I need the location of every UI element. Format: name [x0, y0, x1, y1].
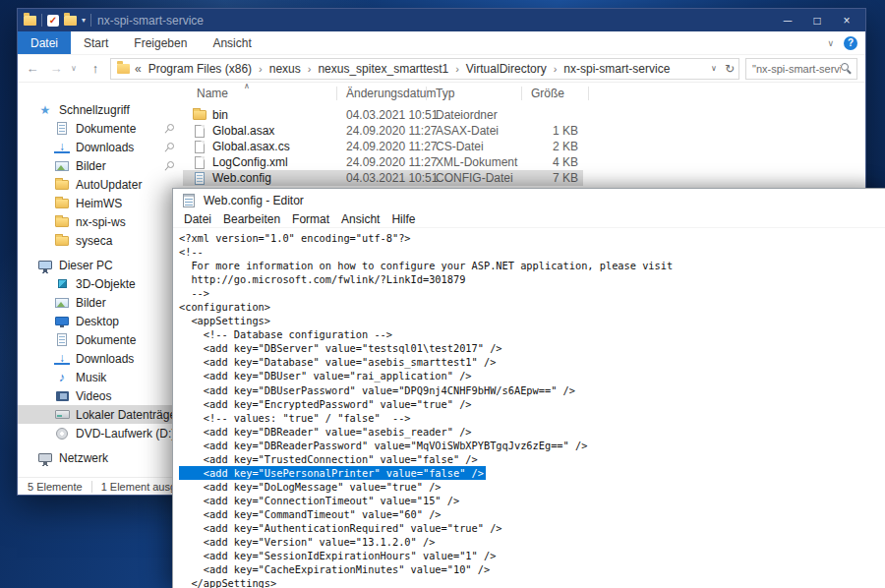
back-icon[interactable]: ← [24, 61, 41, 76]
column-header-date[interactable]: Änderungsdatum [346, 87, 436, 100]
breadcrumb-overflow-icon[interactable]: « [135, 62, 142, 76]
menu-bearbeiten[interactable]: Bearbeiten [217, 212, 286, 226]
sidebar-item-label: Schnellzugriff [59, 103, 130, 117]
sidebar-item-bilder[interactable]: Bilder [18, 156, 183, 175]
quick-access-toolbar: ✓ ▾ [24, 14, 91, 27]
sidebar-item-musik[interactable]: Musik [18, 368, 183, 386]
pin-icon [163, 142, 174, 152]
breadcrumb-separator-icon: › [308, 63, 312, 75]
code-line: <?xml version="1.0" encoding="utf-8"?> [179, 231, 885, 245]
new-folder-icon[interactable] [64, 16, 77, 26]
refresh-icon[interactable]: ↻ [725, 62, 735, 76]
forward-icon[interactable]: → [47, 61, 65, 76]
dvd-icon [54, 426, 70, 441]
file-row[interactable]: Global.asax.cs24.09.2020 11:27CS-Datei2 … [183, 139, 865, 154]
qat-dropdown-icon[interactable]: ▾ [82, 16, 86, 25]
sidebar-item-downloads[interactable]: Downloads [18, 349, 183, 368]
breadcrumb-segment[interactable]: nx-spi-smart-service [563, 62, 670, 76]
file-size: 1 KB [507, 124, 578, 138]
breadcrumb-segment[interactable]: VirtualDirectory [466, 62, 547, 76]
search-icon [841, 63, 852, 74]
sidebar-item-dieser-pc[interactable]: Dieser PC [18, 256, 183, 274]
menu-ansicht[interactable]: Ansicht [335, 212, 385, 226]
notepad-titlebar: Web.config - Editor [173, 189, 885, 211]
properties-check-icon[interactable]: ✓ [47, 15, 59, 27]
code-line: <add key="DBReaderPassword" value="MqVOi… [179, 439, 885, 452]
notepad-menubar: DateiBearbeitenFormatAnsichtHilfe [173, 211, 885, 228]
search-input[interactable]: "nx-spi-smart-service" durchs... [745, 58, 857, 80]
column-divider[interactable] [588, 87, 589, 100]
address-dropdown-icon[interactable]: ∨ [711, 64, 717, 73]
sidebar-item-label: nx-spi-ws [76, 215, 126, 229]
sidebar-item-nx-spi-ws[interactable]: nx-spi-ws [18, 212, 183, 231]
breadcrumb-segment[interactable]: Program Files (x86) [148, 62, 252, 76]
breadcrumb-segment[interactable]: nexus [269, 62, 301, 76]
code-line: <configuration> [179, 300, 885, 314]
ribbon-tab-freigeben[interactable]: Freigeben [121, 31, 200, 54]
sidebar-item-desktop[interactable]: Desktop [18, 312, 183, 330]
file-row[interactable]: bin04.03.2021 10:51Dateiordner [183, 107, 865, 123]
column-header-type[interactable]: Typ [436, 87, 454, 100]
sidebar-item-3d-objekte[interactable]: 3D-Objekte [18, 274, 183, 293]
star-icon [37, 102, 53, 118]
menu-hilfe[interactable]: Hilfe [385, 212, 421, 226]
minimize-button[interactable]: ─ [773, 10, 802, 30]
breadcrumb-segment[interactable]: nexus_spitex_smarttest1 [318, 62, 448, 76]
file-name: Web.config [212, 171, 271, 185]
sidebar-item-bilder[interactable]: Bilder [18, 293, 183, 312]
pic-icon [54, 158, 70, 174]
sidebar-item-heimws[interactable]: HeimWS [18, 194, 183, 212]
sidebar-item-dokumente[interactable]: Dokumente [18, 119, 183, 138]
sidebar-item-label: DVD-Laufwerk (D:) S [76, 427, 183, 441]
sidebar-item-label: Downloads [76, 141, 134, 154]
ribbon-tabs: DateiStartFreigebenAnsicht ∨ ? [18, 31, 865, 55]
maximize-button[interactable]: □ [802, 10, 832, 30]
file-type: XML-Dokument [436, 155, 517, 169]
code-line: </appSettings> [179, 576, 885, 588]
help-icon[interactable]: ? [844, 36, 857, 50]
column-header-size[interactable]: Größe [531, 87, 564, 100]
file-date: 04.03.2021 10:51 [346, 171, 438, 185]
file-row[interactable]: Web.config04.03.2021 10:51CONFIG-Datei7 … [183, 170, 583, 186]
ribbon-expand-icon[interactable]: ∨ [827, 38, 834, 48]
address-bar[interactable]: «Program Files (x86)›nexus›nexus_spitex_… [110, 58, 739, 80]
divider [91, 481, 92, 493]
address-toolbar: ← → ∨ ↑ «Program Files (x86)›nexus›nexus… [18, 55, 865, 83]
menu-format[interactable]: Format [286, 212, 335, 226]
folder-icon [54, 177, 70, 193]
column-headers: ∧NameÄnderungsdatumTypGröße [183, 83, 865, 103]
sidebar-item-netzwerk[interactable]: Netzwerk [18, 448, 183, 467]
column-header-name[interactable]: Name [197, 87, 228, 100]
sidebar-item-downloads[interactable]: Downloads [18, 138, 183, 156]
recent-locations-icon[interactable]: ∨ [71, 64, 81, 73]
code-line: <add key="ConnectionTimeout" value="15" … [179, 494, 885, 507]
sidebar-item-schnellzugriff[interactable]: Schnellzugriff [18, 100, 183, 119]
sidebar-item-syseca[interactable]: syseca [18, 231, 183, 250]
sidebar-item-autoupdater[interactable]: AutoUpdater [18, 175, 183, 194]
up-icon[interactable]: ↑ [87, 61, 104, 76]
file-name: Global.asax.cs [212, 140, 290, 153]
sidebar-item-label: Dokumente [76, 122, 136, 136]
sidebar-item-lokaler-datentr-ger[interactable]: Lokaler Datenträger [18, 405, 183, 424]
sidebar-item-dokumente[interactable]: Dokumente [18, 330, 183, 349]
divider [90, 14, 91, 27]
sidebar-item-videos[interactable]: Videos [18, 386, 183, 405]
code-line: <add key="DBUser" value="rai_application… [179, 369, 885, 382]
code-line: <add key="AuthenticationRequired" value=… [179, 521, 885, 535]
ribbon-tab-ansicht[interactable]: Ansicht [200, 31, 264, 54]
file-row[interactable]: Global.asax24.09.2020 11:27ASAX-Datei1 K… [183, 123, 865, 139]
file-size: 4 KB [507, 155, 578, 169]
column-divider[interactable] [336, 87, 337, 100]
column-divider[interactable] [426, 87, 427, 100]
sidebar-item-dvd-laufwerk-d-s[interactable]: DVD-Laufwerk (D:) S [18, 424, 183, 442]
ribbon-tab-start[interactable]: Start [71, 31, 121, 54]
file-row[interactable]: LogConfig.xml24.09.2020 11:27XML-Dokumen… [183, 154, 865, 170]
text-editor-area[interactable]: <?xml version="1.0" encoding="utf-8"?><!… [173, 228, 885, 588]
menu-datei[interactable]: Datei [178, 212, 217, 226]
video-icon [54, 388, 70, 404]
code-line: <add key="DBServer" value="testsql01\tes… [179, 341, 885, 355]
ribbon-tab-datei[interactable]: Datei [18, 31, 71, 54]
column-divider[interactable] [521, 87, 522, 100]
sidebar-item-label: Netzwerk [59, 451, 108, 465]
close-button[interactable]: × [832, 10, 861, 30]
